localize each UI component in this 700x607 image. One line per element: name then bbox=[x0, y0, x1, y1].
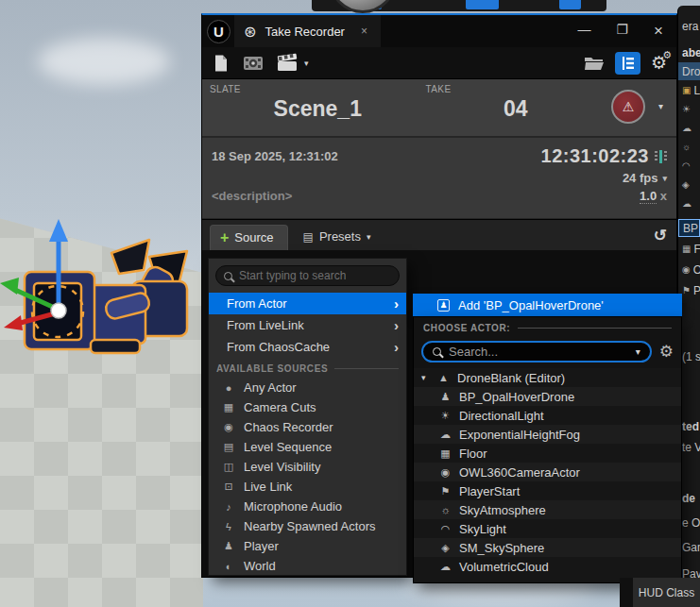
chevron-right-icon: › bbox=[394, 340, 399, 354]
review-recordings-icon[interactable] bbox=[243, 54, 264, 73]
level-sequence-icon: ▤ bbox=[222, 441, 235, 453]
source-type-item[interactable]: ⊡ Live Link bbox=[209, 477, 406, 497]
clipped-panel-row[interactable]: BP bbox=[678, 219, 700, 237]
world-settings-strip: HUD Class bbox=[620, 578, 700, 607]
presets-button[interactable]: ▤ Presets ▾ bbox=[303, 229, 371, 250]
clipped-panel-row[interactable]: ▣ Lig bbox=[678, 81, 700, 99]
owl-camera-icon: ◉ bbox=[682, 264, 691, 275]
clipped-panel-row[interactable]: ☼ bbox=[678, 138, 700, 156]
actor-tree-row[interactable]: ☼ SkyAtmosphere bbox=[414, 500, 681, 519]
clipped-panel-row[interactable]: ☀ bbox=[678, 100, 700, 118]
clapper-caret-icon[interactable]: ▾ bbox=[304, 59, 309, 68]
available-sources-header: AVAILABLE SOURCES bbox=[216, 363, 399, 374]
framerate-value[interactable]: 24 fps bbox=[623, 171, 658, 185]
player-start-icon: ⚑ bbox=[438, 485, 452, 497]
settings-gear-icon[interactable]: ⚙⚙ bbox=[651, 52, 667, 74]
clipped-panel-row[interactable]: ☁ bbox=[678, 119, 700, 137]
tab-take-recorder[interactable]: ⊛ Take Recorder × bbox=[234, 15, 381, 47]
browse-folder-icon[interactable] bbox=[584, 55, 605, 72]
clipped-panel-row[interactable]: ◉ OW bbox=[678, 261, 700, 278]
source-type-item[interactable]: ♪ Microphone Audio bbox=[209, 497, 406, 516]
plus-icon: + bbox=[220, 233, 229, 243]
title-bar[interactable]: U ⊛ Take Recorder × — ❐ × bbox=[202, 15, 676, 47]
unreal-logo-icon: U bbox=[207, 20, 230, 43]
directional-light-icon: ☀ bbox=[682, 104, 691, 114]
minimize-button[interactable]: — bbox=[578, 22, 591, 41]
search-options-caret[interactable]: ▾ bbox=[636, 346, 640, 357]
sky-atmosphere-icon: ☼ bbox=[438, 504, 452, 515]
source-type-item[interactable]: ◐ World bbox=[209, 556, 406, 576]
menu-item[interactable]: From ChaosCache › bbox=[209, 336, 406, 358]
source-type-item[interactable]: ◉ Chaos Recorder bbox=[209, 417, 406, 437]
menu-item[interactable]: From LiveLink › bbox=[209, 314, 406, 336]
choose-actor-header: CHOOSE ACTOR: bbox=[414, 317, 681, 337]
actor-picker-settings-icon[interactable]: ⚙ bbox=[659, 342, 674, 362]
record-options-caret[interactable]: ▾ bbox=[658, 101, 663, 111]
clapperboard-icon[interactable] bbox=[276, 53, 299, 73]
actor-tree-row[interactable]: ◉ OWL360CameraActor bbox=[414, 463, 681, 481]
source-type-item[interactable]: ♟ Player bbox=[209, 536, 406, 556]
expand-caret-icon[interactable]: ▾ bbox=[421, 373, 430, 382]
floor-icon: ▦ bbox=[682, 244, 691, 254]
actor-tree-row[interactable]: ☁ ExponentialHeightFog bbox=[414, 425, 681, 444]
speed-field[interactable]: 1.0 x bbox=[640, 189, 667, 203]
actor-tree-row[interactable]: ☁ VolumetricCloud bbox=[414, 557, 681, 576]
sequence-settings-button[interactable] bbox=[615, 52, 640, 75]
actor-tree-row[interactable]: ▾ ▲ DroneBlank (Editor) bbox=[414, 368, 681, 387]
slate-section: SLATE Scene_1 TAKE 04 ⚠ ▾ bbox=[202, 79, 676, 138]
source-toolbar: + Source ▤ Presets ▾ ↺ bbox=[202, 219, 676, 250]
film-reel-icon: ⊛ bbox=[244, 23, 256, 41]
slate-value[interactable]: Scene_1 bbox=[210, 96, 426, 122]
available-sources-list: ● Any Actor ▦ Camera Cuts ◉ Chaos Record… bbox=[209, 378, 406, 576]
clipped-panel-row[interactable]: era Ac bbox=[678, 17, 700, 35]
record-button[interactable]: ⚠ bbox=[611, 90, 645, 124]
actor-tree-row[interactable]: ◈ SM_SkySphere bbox=[414, 538, 681, 557]
maximize-button[interactable]: ❐ bbox=[617, 22, 629, 41]
sky-atmosphere-icon: ☼ bbox=[682, 142, 691, 152]
selected-drone-actor[interactable] bbox=[0, 215, 198, 380]
actor-tree-row[interactable]: ☀ DirectionalLight bbox=[414, 406, 681, 425]
actor-icon: ♟ bbox=[439, 300, 447, 310]
actor-tree-row[interactable]: ⚑ PlayerStart bbox=[414, 481, 681, 500]
take-value[interactable]: 04 bbox=[426, 96, 606, 122]
clipped-panel-row[interactable]: ◈ bbox=[678, 176, 700, 194]
actor-icon: ♟ bbox=[438, 391, 452, 403]
source-type-item[interactable]: ● Any Actor bbox=[209, 378, 406, 397]
source-type-item[interactable]: ◫ Level Visibility bbox=[209, 457, 406, 477]
add-source-button[interactable]: + Source bbox=[210, 225, 288, 250]
source-submenu-items: From Actor › From LiveLink › From ChaosC… bbox=[209, 293, 406, 358]
volumetric-cloud-icon: ☁ bbox=[438, 561, 452, 573]
revert-changes-button[interactable]: ↺ bbox=[654, 226, 667, 250]
presets-icon: ▤ bbox=[303, 230, 314, 244]
add-actor-menu-item[interactable]: ♟ Add 'BP_OpalHoverDrone' bbox=[413, 294, 682, 316]
close-button[interactable]: × bbox=[654, 22, 663, 41]
source-type-item[interactable]: ▦ Camera Cuts bbox=[209, 397, 406, 417]
take-info-section: 18 Sep 2025, 12:31:02 12:31:02:23 24 fps… bbox=[202, 138, 676, 219]
source-type-item[interactable]: ▤ Level Sequence bbox=[209, 437, 406, 457]
actor-tree-row[interactable]: ▦ Floor bbox=[414, 444, 681, 463]
tab-close-button[interactable]: × bbox=[361, 25, 367, 38]
new-take-icon[interactable] bbox=[212, 54, 230, 73]
framerate-caret[interactable]: ▾ bbox=[662, 174, 667, 183]
menu-item[interactable]: From Actor › bbox=[209, 293, 406, 314]
actor-tree-row[interactable]: ◠ SkyLight bbox=[414, 519, 681, 538]
sky-sphere-icon: ◈ bbox=[438, 542, 452, 554]
actor-search-input[interactable]: Search... ▾ bbox=[421, 341, 652, 363]
clipped-panel-row[interactable]: ☁ bbox=[678, 194, 700, 212]
clipped-panel-row[interactable]: ◠ bbox=[678, 157, 700, 175]
actor-tree-row[interactable]: ♟ BP_OpalHoverDrone bbox=[414, 387, 681, 406]
take-label: TAKE bbox=[426, 84, 606, 94]
warning-icon: ⚠ bbox=[623, 99, 635, 114]
description-placeholder[interactable]: <description> bbox=[212, 189, 292, 203]
chevron-right-icon: › bbox=[394, 318, 399, 332]
clipped-panel-row[interactable]: ▦ Flo bbox=[678, 240, 700, 258]
source-type-item[interactable]: ϟ Nearby Spawned Actors bbox=[209, 516, 406, 536]
take-recorder-toolbar: ▾ ⚙⚙ bbox=[202, 47, 676, 79]
microphone-icon: ♪ bbox=[222, 501, 235, 513]
clipped-panel-row[interactable]: Dron bbox=[678, 62, 700, 80]
toolbar-blue-button bbox=[559, 0, 581, 9]
clipped-panel-row[interactable]: abel bbox=[678, 43, 700, 61]
timecode-value: 12:31:02:23 bbox=[541, 145, 649, 167]
choose-actor-panel: CHOOSE ACTOR: Search... ▾ ⚙ ▾ ▲ DroneBla… bbox=[413, 316, 682, 583]
menu-search-input[interactable]: Start typing to search bbox=[215, 265, 400, 286]
